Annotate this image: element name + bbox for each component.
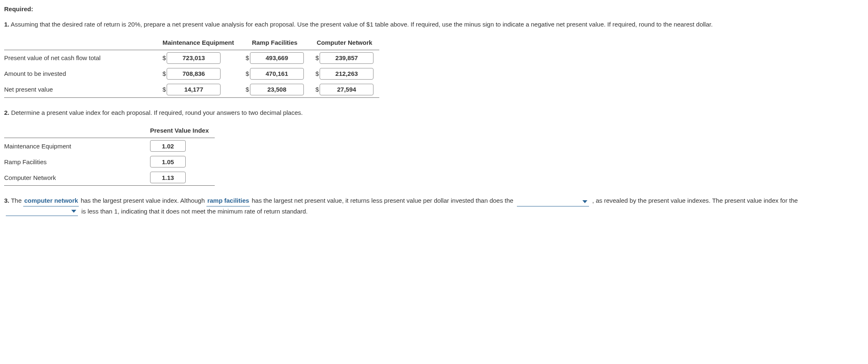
pvi-ramp-input[interactable] bbox=[150, 156, 186, 167]
currency-symbol: $ bbox=[246, 53, 249, 63]
npv-table: Maintenance Equipment Ramp Facilities Co… bbox=[4, 35, 379, 98]
row-label-computer: Computer Network bbox=[4, 170, 144, 186]
caret-down-icon bbox=[71, 210, 76, 213]
q3-text-4: , as revealed by the present value index… bbox=[592, 197, 798, 204]
q3-text-2: has the largest present value index. Alt… bbox=[81, 197, 207, 204]
currency-symbol: $ bbox=[315, 69, 319, 78]
npv-computer-input[interactable] bbox=[320, 84, 373, 95]
q3-dropdown-1[interactable] bbox=[517, 198, 589, 206]
table-row: Amount to be invested $ $ $ bbox=[4, 66, 379, 82]
q2-number: 2. bbox=[4, 109, 10, 116]
question-1: 1. Assuming that the desired rate of ret… bbox=[4, 19, 864, 29]
row-label-maintenance: Maintenance Equipment bbox=[4, 138, 144, 154]
currency-symbol: $ bbox=[162, 53, 166, 63]
pvi-maintenance-input[interactable] bbox=[150, 140, 186, 152]
row-label-ramp: Ramp Facilities bbox=[4, 154, 144, 170]
row-label-amount-invested: Amount to be invested bbox=[4, 66, 157, 82]
q3-dropdown-2[interactable] bbox=[6, 207, 78, 216]
table-row: Maintenance Equipment bbox=[4, 138, 215, 154]
question-3: 3. The computer network has the largest … bbox=[4, 196, 864, 216]
currency-symbol: $ bbox=[315, 53, 319, 63]
currency-symbol: $ bbox=[246, 69, 249, 78]
q3-text-3: has the largest net present value, it re… bbox=[252, 197, 515, 204]
row-label-pv-total: Present value of net cash flow total bbox=[4, 50, 157, 66]
col-computer-network: Computer Network bbox=[310, 35, 379, 50]
q3-text-1: The bbox=[11, 197, 23, 204]
q1-number: 1. bbox=[4, 21, 10, 28]
pv-total-ramp-input[interactable] bbox=[250, 52, 304, 64]
pvi-table: Present Value Index Maintenance Equipmen… bbox=[4, 123, 215, 186]
col-ramp-facilities: Ramp Facilities bbox=[240, 35, 310, 50]
amount-invested-computer-input[interactable] bbox=[320, 68, 373, 80]
table-row: Ramp Facilities bbox=[4, 154, 215, 170]
currency-symbol: $ bbox=[162, 69, 166, 78]
table-row: Computer Network bbox=[4, 170, 215, 186]
npv-ramp-input[interactable] bbox=[250, 84, 304, 95]
currency-symbol: $ bbox=[246, 85, 249, 94]
amount-invested-maintenance-input[interactable] bbox=[167, 68, 221, 80]
table-row: Present value of net cash flow total $ $… bbox=[4, 50, 379, 66]
q2-text: Determine a present value index for each… bbox=[11, 109, 303, 116]
col-pvi: Present Value Index bbox=[144, 123, 215, 138]
currency-symbol: $ bbox=[315, 85, 319, 94]
table-row: Net present value $ $ $ bbox=[4, 82, 379, 98]
q3-number: 3. bbox=[4, 197, 10, 204]
q3-answer-largest-npv[interactable]: ramp facilities bbox=[206, 196, 250, 206]
q3-answer-largest-pvi[interactable]: computer network bbox=[23, 196, 79, 206]
question-2: 2. Determine a present value index for e… bbox=[4, 108, 864, 117]
npv-maintenance-input[interactable] bbox=[167, 84, 221, 95]
col-maintenance-equipment: Maintenance Equipment bbox=[157, 35, 240, 50]
q3-text-5: is less than 1, indicating that it does … bbox=[81, 208, 308, 215]
pvi-computer-input[interactable] bbox=[150, 172, 186, 183]
row-label-npv: Net present value bbox=[4, 82, 157, 98]
currency-symbol: $ bbox=[162, 85, 166, 94]
q1-text: Assuming that the desired rate of return… bbox=[11, 21, 713, 28]
caret-down-icon bbox=[582, 200, 587, 203]
pv-total-maintenance-input[interactable] bbox=[167, 52, 221, 64]
amount-invested-ramp-input[interactable] bbox=[250, 68, 304, 80]
required-heading: Required: bbox=[4, 4, 864, 14]
pv-total-computer-input[interactable] bbox=[320, 52, 373, 64]
